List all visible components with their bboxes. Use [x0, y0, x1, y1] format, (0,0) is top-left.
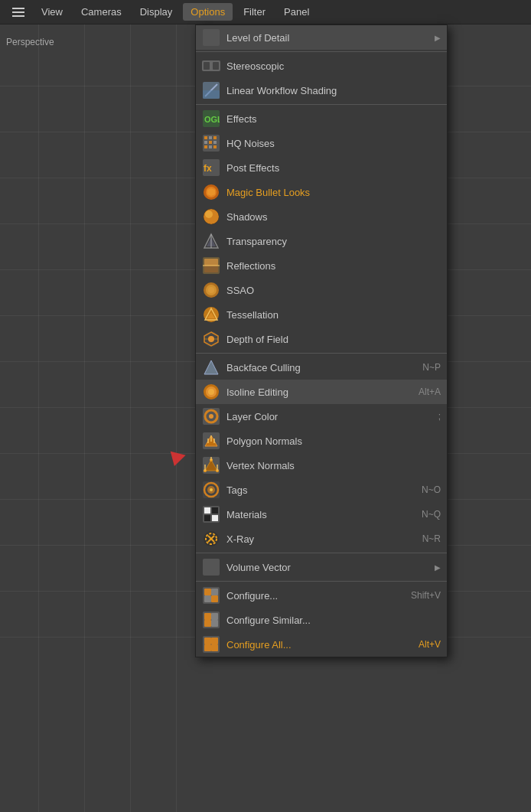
menu-item-configure-all[interactable]: Configure All... Alt+V: [196, 632, 447, 657]
materials-shortcut: N~Q: [422, 509, 441, 520]
layer-color-icon: [202, 407, 220, 426]
svg-rect-10: [209, 136, 212, 139]
menu-item-level-of-detail[interactable]: Level of Detail: [196, 25, 447, 50]
svg-rect-86: [204, 644, 211, 651]
menu-cameras[interactable]: Cameras: [73, 3, 129, 21]
menu-item-reflections[interactable]: Reflections: [196, 253, 447, 278]
menu-item-effects[interactable]: OGL Effects: [196, 106, 447, 131]
svg-rect-17: [213, 145, 217, 148]
menu-item-depth-of-field[interactable]: Depth of Field: [196, 327, 447, 351]
separator-5: [196, 581, 447, 582]
svg-rect-15: [204, 145, 207, 148]
configure-icon: [202, 586, 220, 605]
materials-icon: [202, 505, 220, 523]
menu-item-post-effects[interactable]: fx Post Effects: [196, 155, 447, 180]
stereoscopic-label: Stereoscopic: [226, 60, 441, 72]
configure-shortcut: Shift+V: [411, 590, 441, 601]
svg-point-24: [205, 210, 213, 218]
menu-item-transparency[interactable]: Transparency: [196, 229, 447, 253]
tessellation-label: Tessellation: [226, 309, 441, 321]
svg-rect-30: [204, 266, 218, 272]
tags-label: Tags: [226, 484, 422, 496]
svg-point-47: [209, 414, 213, 419]
menu-filter[interactable]: Filter: [236, 3, 273, 21]
hq-noises-icon: [202, 134, 220, 152]
linear-workflow-label: Linear Workflow Shading: [226, 85, 441, 96]
svg-rect-78: [211, 595, 218, 602]
menu-item-stereoscopic[interactable]: Stereoscopic: [196, 54, 447, 78]
magic-bullet-icon: [202, 183, 220, 201]
menu-item-tessellation[interactable]: Tessellation: [196, 302, 447, 327]
separator-2: [196, 104, 447, 105]
level-of-detail-icon: [202, 28, 220, 47]
ssao-icon: [202, 281, 220, 299]
svg-rect-81: [204, 620, 211, 627]
menu-item-polygon-normals[interactable]: Polygon Normals: [196, 429, 447, 453]
isoline-editing-label: Isoline Editing: [226, 386, 419, 398]
svg-rect-85: [204, 638, 211, 644]
menu-item-configure[interactable]: Configure... Shift+V: [196, 583, 447, 608]
svg-rect-13: [209, 141, 212, 144]
tags-shortcut: N~O: [422, 484, 441, 495]
linear-workflow-icon: [202, 81, 220, 99]
backface-culling-icon: [202, 358, 220, 377]
menu-item-volume-vector[interactable]: Volume Vector: [196, 555, 447, 579]
svg-rect-9: [204, 136, 207, 139]
shadows-icon: [202, 207, 220, 226]
menu-options[interactable]: Options: [183, 3, 233, 21]
isoline-editing-shortcut: Alt+A: [419, 386, 441, 397]
polygon-normals-icon: [202, 432, 220, 450]
separator-4: [196, 553, 447, 553]
menu-item-x-ray[interactable]: X-Ray N~R: [196, 527, 447, 551]
menu-item-isoline-editing[interactable]: Isoline Editing Alt+A: [196, 380, 447, 404]
menu-item-linear-workflow[interactable]: Linear Workflow Shading: [196, 78, 447, 103]
tags-icon: [202, 481, 220, 499]
tessellation-icon: [202, 305, 220, 324]
depth-of-field-icon: [202, 330, 220, 348]
svg-rect-88: [211, 644, 218, 651]
configure-all-icon: [202, 635, 220, 654]
svg-rect-29: [204, 259, 218, 266]
menu-item-backface-culling[interactable]: Backface Culling N~P: [196, 355, 447, 380]
svg-rect-12: [204, 141, 207, 144]
menu-item-magic-bullet[interactable]: Magic Bullet Looks: [196, 180, 447, 204]
magic-bullet-label: Magic Bullet Looks: [226, 187, 441, 198]
svg-rect-11: [213, 136, 217, 139]
menu-item-hq-noises[interactable]: HQ Noises: [196, 131, 447, 155]
svg-text:fx: fx: [204, 163, 212, 174]
volume-vector-label: Volume Vector: [226, 562, 432, 573]
hq-noises-label: HQ Noises: [226, 138, 441, 149]
menu-item-configure-similar[interactable]: Configure Similar...: [196, 608, 447, 632]
menu-item-tags[interactable]: Tags N~O: [196, 478, 447, 502]
menu-panel[interactable]: Panel: [276, 3, 317, 21]
svg-rect-16: [209, 145, 212, 148]
menu-item-ssao[interactable]: SSAO: [196, 278, 447, 302]
hamburger-menu[interactable]: [6, 3, 31, 21]
menu-item-vertex-normals[interactable]: Vertex Normals: [196, 453, 447, 478]
depth-of-field-label: Depth of Field: [226, 334, 441, 345]
svg-rect-75: [204, 589, 211, 595]
transparency-icon: [202, 232, 220, 250]
configure-similar-label: Configure Similar...: [226, 615, 441, 626]
reflections-label: Reflections: [226, 260, 441, 272]
svg-marker-41: [204, 360, 218, 374]
svg-point-64: [210, 488, 213, 491]
stereoscopic-icon: [202, 57, 220, 75]
level-of-detail-label: Level of Detail: [226, 32, 432, 44]
svg-text:OGL: OGL: [204, 115, 220, 124]
menu-item-materials[interactable]: Materials N~Q: [196, 502, 447, 527]
svg-rect-83: [211, 620, 218, 627]
separator-3: [196, 353, 447, 354]
menu-display[interactable]: Display: [132, 3, 181, 21]
menu-item-layer-color[interactable]: Layer Color ;: [196, 404, 447, 429]
menu-view[interactable]: View: [34, 3, 70, 21]
volume-vector-icon: [202, 558, 220, 576]
menubar: View Cameras Display Options Filter Pane…: [0, 0, 531, 24]
menu-item-shadows[interactable]: Shadows: [196, 204, 447, 229]
svg-rect-1: [204, 62, 210, 70]
svg-point-34: [208, 287, 214, 293]
svg-rect-87: [211, 638, 218, 644]
svg-rect-69: [212, 515, 218, 521]
svg-rect-14: [213, 141, 217, 144]
transparency-label: Transparency: [226, 236, 441, 247]
